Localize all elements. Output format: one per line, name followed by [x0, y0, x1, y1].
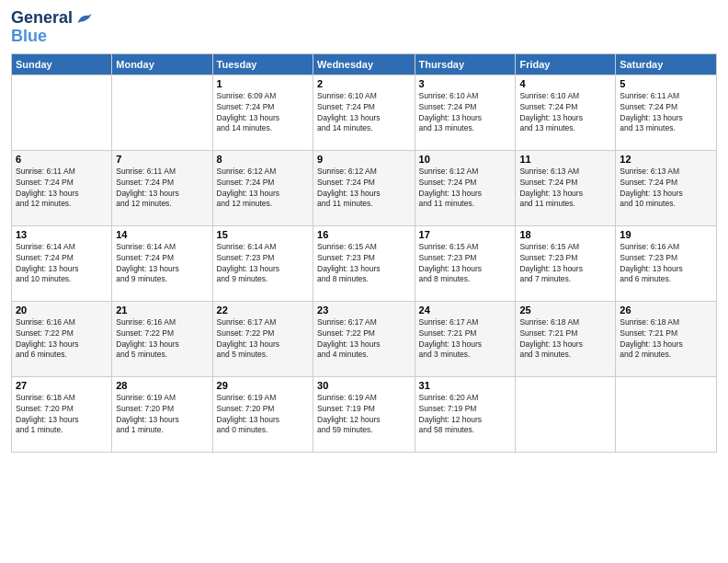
day-number: 30: [317, 380, 410, 391]
day-info: Sunrise: 6:12 AMSunset: 7:24 PMDaylight:…: [217, 167, 309, 211]
calendar-cell: 29Sunrise: 6:19 AMSunset: 7:20 PMDayligh…: [212, 376, 313, 452]
day-number: 17: [419, 229, 512, 240]
day-number: 26: [620, 304, 712, 316]
calendar-cell: 19Sunrise: 6:16 AMSunset: 7:23 PMDayligh…: [616, 225, 717, 301]
calendar-cell: 9Sunrise: 6:12 AMSunset: 7:24 PMDaylight…: [313, 150, 415, 225]
day-info: Sunrise: 6:17 AMSunset: 7:22 PMDaylight:…: [217, 317, 309, 362]
header-sunday: Sunday: [12, 53, 112, 75]
header-monday: Monday: [112, 53, 212, 75]
header-saturday: Saturday: [616, 53, 717, 75]
calendar-cell: [516, 376, 616, 452]
logo-text-blue: Blue: [11, 28, 93, 46]
calendar-week-3: 20Sunrise: 6:16 AMSunset: 7:22 PMDayligh…: [12, 301, 717, 376]
calendar-week-0: 1Sunrise: 6:09 AMSunset: 7:24 PMDaylight…: [12, 75, 717, 150]
day-number: 11: [519, 154, 611, 165]
calendar-cell: 15Sunrise: 6:14 AMSunset: 7:23 PMDayligh…: [212, 225, 313, 301]
calendar-cell: 3Sunrise: 6:10 AMSunset: 7:24 PMDaylight…: [415, 75, 516, 150]
day-number: 25: [519, 304, 611, 316]
calendar-cell: 21Sunrise: 6:16 AMSunset: 7:22 PMDayligh…: [112, 301, 212, 376]
day-number: 31: [419, 380, 512, 391]
calendar-week-4: 27Sunrise: 6:18 AMSunset: 7:20 PMDayligh…: [12, 376, 717, 452]
day-info: Sunrise: 6:12 AMSunset: 7:24 PMDaylight:…: [317, 167, 410, 211]
day-info: Sunrise: 6:16 AMSunset: 7:23 PMDaylight:…: [620, 242, 712, 286]
day-info: Sunrise: 6:10 AMSunset: 7:24 PMDaylight:…: [419, 91, 512, 135]
day-number: 15: [217, 229, 309, 240]
day-info: Sunrise: 6:16 AMSunset: 7:22 PMDaylight:…: [116, 317, 208, 362]
page: General Blue SundayMondayTuesdayWednesda…: [0, 0, 728, 563]
day-number: 28: [116, 380, 208, 391]
day-number: 12: [620, 154, 712, 165]
calendar-cell: 17Sunrise: 6:15 AMSunset: 7:23 PMDayligh…: [415, 225, 516, 301]
day-info: Sunrise: 6:14 AMSunset: 7:24 PMDaylight:…: [116, 242, 208, 286]
header-wednesday: Wednesday: [313, 53, 415, 75]
day-number: 21: [116, 304, 208, 316]
calendar-cell: 14Sunrise: 6:14 AMSunset: 7:24 PMDayligh…: [112, 225, 212, 301]
day-number: 23: [317, 304, 410, 316]
calendar-cell: 16Sunrise: 6:15 AMSunset: 7:23 PMDayligh…: [313, 225, 415, 301]
day-number: 16: [317, 229, 410, 240]
calendar-cell: 25Sunrise: 6:18 AMSunset: 7:21 PMDayligh…: [516, 301, 616, 376]
calendar-cell: 5Sunrise: 6:11 AMSunset: 7:24 PMDaylight…: [616, 75, 717, 150]
day-number: 1: [217, 78, 309, 89]
calendar-header-row: SundayMondayTuesdayWednesdayThursdayFrid…: [12, 53, 717, 75]
calendar-cell: 6Sunrise: 6:11 AMSunset: 7:24 PMDaylight…: [12, 150, 112, 225]
calendar-cell: 2Sunrise: 6:10 AMSunset: 7:24 PMDaylight…: [313, 75, 415, 150]
day-info: Sunrise: 6:17 AMSunset: 7:21 PMDaylight:…: [419, 317, 512, 362]
calendar-cell: 30Sunrise: 6:19 AMSunset: 7:19 PMDayligh…: [313, 376, 415, 452]
day-number: 6: [16, 154, 108, 165]
day-number: 19: [620, 229, 712, 240]
day-info: Sunrise: 6:19 AMSunset: 7:20 PMDaylight:…: [217, 393, 309, 437]
calendar-cell: 7Sunrise: 6:11 AMSunset: 7:24 PMDaylight…: [112, 150, 212, 225]
calendar-cell: [112, 75, 212, 150]
day-info: Sunrise: 6:17 AMSunset: 7:22 PMDaylight:…: [317, 317, 410, 362]
calendar-cell: 26Sunrise: 6:18 AMSunset: 7:21 PMDayligh…: [616, 301, 717, 376]
day-info: Sunrise: 6:10 AMSunset: 7:24 PMDaylight:…: [317, 91, 410, 135]
header-friday: Friday: [516, 53, 616, 75]
calendar-week-1: 6Sunrise: 6:11 AMSunset: 7:24 PMDaylight…: [12, 150, 717, 225]
day-info: Sunrise: 6:15 AMSunset: 7:23 PMDaylight:…: [519, 242, 611, 286]
day-number: 13: [16, 229, 108, 240]
calendar-cell: 11Sunrise: 6:13 AMSunset: 7:24 PMDayligh…: [516, 150, 616, 225]
day-number: 7: [116, 154, 208, 165]
day-number: 27: [16, 380, 108, 391]
day-info: Sunrise: 6:15 AMSunset: 7:23 PMDaylight:…: [317, 242, 410, 286]
calendar-cell: [616, 376, 717, 452]
day-info: Sunrise: 6:11 AMSunset: 7:24 PMDaylight:…: [16, 167, 108, 211]
day-info: Sunrise: 6:20 AMSunset: 7:19 PMDaylight:…: [419, 393, 512, 437]
day-info: Sunrise: 6:18 AMSunset: 7:21 PMDaylight:…: [620, 317, 712, 362]
calendar-cell: 27Sunrise: 6:18 AMSunset: 7:20 PMDayligh…: [12, 376, 112, 452]
day-number: 2: [317, 78, 410, 89]
header-thursday: Thursday: [415, 53, 516, 75]
day-number: 5: [620, 78, 712, 89]
calendar-cell: 22Sunrise: 6:17 AMSunset: 7:22 PMDayligh…: [212, 301, 313, 376]
day-info: Sunrise: 6:14 AMSunset: 7:24 PMDaylight:…: [16, 242, 108, 286]
day-info: Sunrise: 6:16 AMSunset: 7:22 PMDaylight:…: [16, 317, 108, 362]
day-number: 24: [419, 304, 512, 316]
day-info: Sunrise: 6:11 AMSunset: 7:24 PMDaylight:…: [620, 91, 712, 135]
day-info: Sunrise: 6:19 AMSunset: 7:19 PMDaylight:…: [317, 393, 410, 437]
day-info: Sunrise: 6:12 AMSunset: 7:24 PMDaylight:…: [419, 167, 512, 211]
calendar-week-2: 13Sunrise: 6:14 AMSunset: 7:24 PMDayligh…: [12, 225, 717, 301]
header-tuesday: Tuesday: [212, 53, 313, 75]
calendar-cell: 8Sunrise: 6:12 AMSunset: 7:24 PMDaylight…: [212, 150, 313, 225]
calendar-cell: 10Sunrise: 6:12 AMSunset: 7:24 PMDayligh…: [415, 150, 516, 225]
logo-bird-icon: [74, 9, 93, 28]
day-info: Sunrise: 6:15 AMSunset: 7:23 PMDaylight:…: [419, 242, 512, 286]
calendar-cell: 28Sunrise: 6:19 AMSunset: 7:20 PMDayligh…: [112, 376, 212, 452]
calendar-cell: 13Sunrise: 6:14 AMSunset: 7:24 PMDayligh…: [12, 225, 112, 301]
day-number: 4: [519, 78, 611, 89]
day-info: Sunrise: 6:10 AMSunset: 7:24 PMDaylight:…: [519, 91, 611, 135]
calendar-cell: 24Sunrise: 6:17 AMSunset: 7:21 PMDayligh…: [415, 301, 516, 376]
day-number: 3: [419, 78, 512, 89]
day-number: 22: [217, 304, 309, 316]
day-number: 18: [519, 229, 611, 240]
calendar-cell: 23Sunrise: 6:17 AMSunset: 7:22 PMDayligh…: [313, 301, 415, 376]
calendar-cell: 20Sunrise: 6:16 AMSunset: 7:22 PMDayligh…: [12, 301, 112, 376]
day-number: 29: [217, 380, 309, 391]
logo: General Blue: [11, 9, 93, 46]
day-info: Sunrise: 6:11 AMSunset: 7:24 PMDaylight:…: [116, 167, 208, 211]
day-number: 14: [116, 229, 208, 240]
day-number: 10: [419, 154, 512, 165]
calendar-cell: 31Sunrise: 6:20 AMSunset: 7:19 PMDayligh…: [415, 376, 516, 452]
day-info: Sunrise: 6:13 AMSunset: 7:24 PMDaylight:…: [620, 167, 712, 211]
